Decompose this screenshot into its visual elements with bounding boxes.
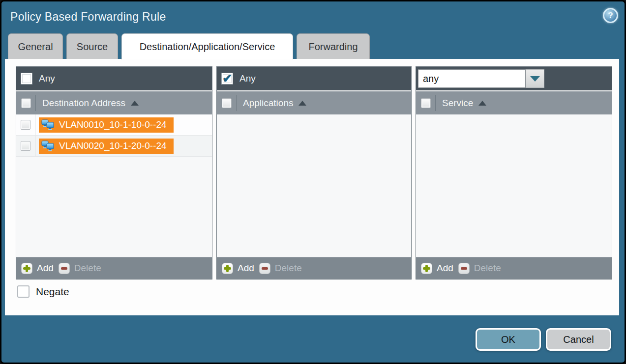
- applications-column-header: Applications: [217, 90, 411, 114]
- dialog-title: Policy Based Forwarding Rule: [10, 10, 166, 24]
- service-header-label[interactable]: Service: [436, 98, 473, 109]
- service-list: [416, 114, 612, 257]
- destination-header-label[interactable]: Destination Address: [36, 98, 125, 109]
- destination-column-header: Destination Address: [16, 90, 212, 114]
- row-checkbox[interactable]: [21, 120, 30, 130]
- negate-row: Negate: [17, 285, 69, 298]
- minus-icon: [458, 263, 470, 274]
- applications-list: [217, 114, 411, 257]
- delete-button[interactable]: Delete: [59, 263, 101, 274]
- service-dropdown: any: [418, 69, 544, 88]
- minus-icon: [259, 263, 270, 274]
- delete-button[interactable]: Delete: [259, 263, 302, 274]
- negate-checkbox[interactable]: [17, 285, 30, 298]
- applications-select-all-checkbox[interactable]: [222, 98, 232, 108]
- applications-header-label[interactable]: Applications: [237, 98, 293, 109]
- address-object-label: VLAN0010_10-1-10-0--24: [59, 119, 167, 130]
- network-hosts-icon: [41, 119, 55, 131]
- destination-any-row: Any: [16, 67, 212, 90]
- plus-icon: [21, 263, 32, 274]
- tab-content: Any Destination Address: [5, 59, 619, 315]
- table-row: VLAN0010_10-1-10-0--24: [16, 114, 212, 136]
- pbf-rule-dialog: Policy Based Forwarding Rule ? General S…: [0, 0, 626, 364]
- tab-general[interactable]: General: [8, 33, 63, 59]
- applications-panel: ✔ Any Applications Add Delete: [216, 66, 412, 280]
- sort-asc-icon[interactable]: [298, 101, 306, 106]
- ok-button[interactable]: OK: [476, 328, 541, 351]
- table-row: VLAN0020_10-1-20-0--24: [16, 136, 212, 157]
- destination-any-label: Any: [39, 73, 55, 84]
- tab-forwarding[interactable]: Forwarding: [297, 33, 370, 59]
- applications-panel-footer: Add Delete: [217, 257, 411, 279]
- minus-icon: [59, 263, 70, 274]
- sort-asc-icon[interactable]: [478, 101, 486, 106]
- tab-source[interactable]: Source: [66, 33, 118, 59]
- cancel-button[interactable]: Cancel: [546, 328, 611, 351]
- list-item[interactable]: VLAN0020_10-1-20-0--24: [39, 139, 174, 154]
- title-bar: Policy Based Forwarding Rule ?: [1, 1, 625, 32]
- applications-any-label: Any: [239, 73, 256, 84]
- service-column-header: Service: [416, 90, 612, 114]
- destination-address-panel: Any Destination Address: [16, 66, 212, 280]
- service-panel: any Service Add D: [416, 66, 612, 280]
- sort-asc-icon[interactable]: [131, 101, 139, 106]
- tab-bar: General Source Destination/Application/S…: [8, 33, 370, 59]
- plus-icon: [222, 263, 233, 274]
- negate-label: Negate: [36, 286, 69, 298]
- applications-any-row: ✔ Any: [217, 67, 411, 90]
- row-checkbox[interactable]: [21, 141, 30, 151]
- service-select-all-checkbox[interactable]: [421, 98, 431, 108]
- service-dropdown-value[interactable]: any: [418, 69, 526, 88]
- add-button[interactable]: Add: [421, 263, 453, 274]
- applications-any-checkbox[interactable]: ✔: [221, 73, 233, 84]
- destination-panel-footer: Add Delete: [16, 257, 212, 279]
- tab-destination-application-service[interactable]: Destination/Application/Service: [121, 33, 293, 59]
- destination-list: VLAN0010_10-1-10-0--24: [16, 114, 212, 257]
- help-icon[interactable]: ?: [603, 8, 618, 23]
- list-item[interactable]: VLAN0010_10-1-10-0--24: [39, 117, 174, 133]
- add-button[interactable]: Add: [21, 263, 54, 274]
- network-hosts-icon: [41, 140, 55, 152]
- add-button[interactable]: Add: [222, 263, 254, 274]
- plus-icon: [421, 263, 432, 274]
- service-any-row: any: [416, 67, 612, 90]
- delete-button[interactable]: Delete: [458, 263, 501, 274]
- destination-any-checkbox[interactable]: [21, 73, 32, 84]
- destination-select-all-checkbox[interactable]: [21, 98, 31, 108]
- service-panel-footer: Add Delete: [416, 257, 612, 279]
- service-dropdown-button[interactable]: [526, 69, 544, 88]
- chevron-down-icon: [530, 76, 540, 82]
- address-object-label: VLAN0020_10-1-20-0--24: [59, 140, 167, 151]
